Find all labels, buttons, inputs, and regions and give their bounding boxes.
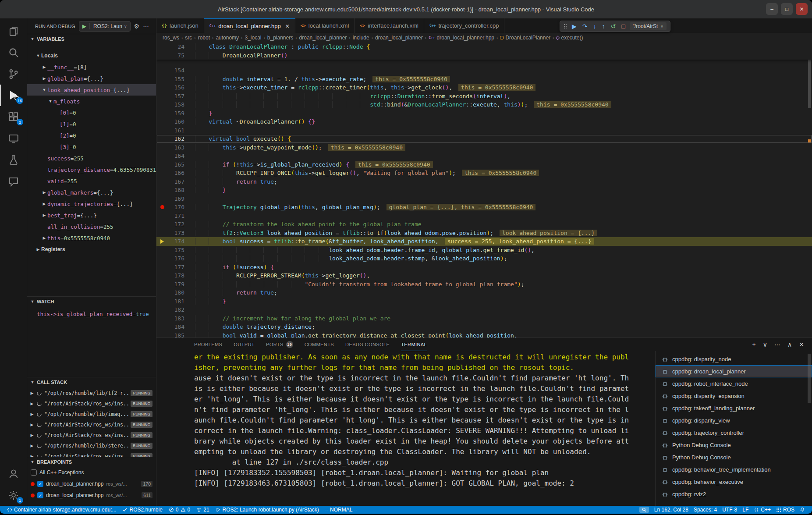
variable-row[interactable]: ▶global_markers = {...} <box>27 187 156 198</box>
variable-row[interactable]: ▶global_plan = {...} <box>27 73 156 84</box>
activity-item-settings[interactable]: 1 <box>0 484 27 506</box>
line-number[interactable]: 174 <box>168 237 195 246</box>
line-number[interactable]: 179 <box>168 280 195 289</box>
code-text[interactable] <box>195 305 812 314</box>
line-number[interactable]: 165 <box>168 160 195 169</box>
line-number[interactable]: 177 <box>168 263 195 272</box>
tree-chevron-icon[interactable]: ▶ <box>41 213 47 217</box>
activity-item-comments[interactable] <box>0 170 27 192</box>
breadcrumb-item[interactable]: 3_local <box>245 35 261 41</box>
code-text[interactable]: std::bind(&DroanLocalPlanner::execute, t… <box>195 100 812 109</box>
status-encoding[interactable]: UTF-8 <box>720 507 740 513</box>
editor-tab-trajectory_controller.cpp[interactable]: C++trajectory_controller.cpp <box>424 18 504 33</box>
panel-tab-terminal[interactable]: TERMINAL <box>401 338 427 351</box>
line-gutter[interactable]: 155 <box>156 75 195 84</box>
line-number[interactable]: 168 <box>168 186 195 195</box>
code-text[interactable]: "Couldn't transform from lookahead frame… <box>195 280 812 289</box>
variable-row[interactable]: success = 255 <box>27 153 156 164</box>
line-gutter[interactable]: 165 <box>156 160 195 169</box>
code-text[interactable]: double interval = 1. / this->execute_rat… <box>195 75 812 84</box>
breadcrumb-item[interactable]: b_planners <box>267 35 293 41</box>
breadcrumb-item[interactable]: droan_local_planner <box>375 35 423 41</box>
variable-row[interactable]: ▼m_floats <box>27 96 156 107</box>
code-text[interactable]: Trajectory global_plan(this, global_plan… <box>195 203 812 212</box>
close-panel-icon[interactable]: ✕ <box>799 341 804 348</box>
line-gutter[interactable]: 181 <box>156 297 195 306</box>
close-tab-icon[interactable]: ✕ <box>285 23 290 29</box>
breakpoint-dot-icon[interactable] <box>160 205 164 209</box>
editor-tab-droan_local_planner.hpp[interactable]: C++droan_local_planner.hpp✕ <box>204 18 295 33</box>
variables-section-header[interactable]: ▼ VARIABLES <box>27 34 156 44</box>
editor-tab-local.launch.xml[interactable]: <>local.launch.xml <box>295 18 355 33</box>
gutter-glyph[interactable] <box>156 195 168 203</box>
call-stack-session[interactable]: ▶"/root/AirStack/ros_ws/ins...RUNNING <box>27 451 156 457</box>
terminal-session[interactable]: cppdbg: rviz2 <box>656 488 812 500</box>
line-number[interactable]: 157 <box>168 92 195 101</box>
line-number[interactable]: 162 <box>168 135 195 143</box>
gutter-glyph[interactable] <box>156 229 168 238</box>
tree-chevron-icon[interactable]: ▶ <box>30 423 34 427</box>
line-number[interactable]: 175 <box>168 246 195 255</box>
line-number[interactable]: 164 <box>168 152 195 160</box>
scrollbar-thumb[interactable] <box>808 354 811 403</box>
line-gutter[interactable]: 176 <box>156 254 195 263</box>
status-debug-session[interactable]: ROS2: Launch robot.launch.py (AirStack) <box>213 506 322 514</box>
code-text[interactable]: look_ahead_odom.header.stamp, &look_ahea… <box>195 254 812 263</box>
line-gutter[interactable]: 184 <box>156 323 195 331</box>
tree-chevron-icon[interactable]: ▶ <box>41 202 47 206</box>
gutter-glyph[interactable] <box>156 186 168 195</box>
code-text[interactable]: // transform the look ahead point to the… <box>195 220 812 229</box>
status-indentation[interactable]: Spaces: 4 <box>691 507 720 513</box>
line-gutter[interactable]: 178 <box>156 271 195 280</box>
breakpoint-checkbox[interactable]: ✓ <box>37 481 43 487</box>
line-number[interactable]: 180 <box>168 288 195 297</box>
breadcrumb-item[interactable]: src <box>185 35 192 41</box>
breakpoint-row[interactable]: ✓droan_local_planner.hppros_ws/...170 <box>27 478 156 490</box>
line-gutter[interactable]: 163 <box>156 143 195 152</box>
line-gutter[interactable]: 173 <box>156 229 195 238</box>
call-stack-section-header[interactable]: ▼ CALL STACK <box>27 377 156 387</box>
status-language-mode[interactable]: C++ <box>751 507 773 513</box>
code-text[interactable]: } <box>195 109 812 118</box>
breadcrumb-item[interactable]: execute() <box>556 35 583 41</box>
continue-button[interactable]: ▶ <box>572 23 577 29</box>
breadcrumb-item[interactable]: C++droan_local_planner.hpp <box>429 35 494 41</box>
line-gutter[interactable]: 182 <box>156 305 195 314</box>
line-gutter[interactable]: 180 <box>156 288 195 297</box>
tree-chevron-icon[interactable]: ▶ <box>30 391 34 395</box>
tree-chevron-icon[interactable]: ▶ <box>41 65 47 69</box>
terminal-session[interactable]: cppdbg: trajectory_controller <box>656 426 812 439</box>
code-text[interactable]: if (!success) { <box>195 263 812 272</box>
code-text[interactable]: return true; <box>195 288 812 297</box>
line-number[interactable]: 173 <box>168 229 195 238</box>
breadcrumb-item[interactable]: DroanLocalPlanner <box>500 35 550 41</box>
line-gutter[interactable]: 185 <box>156 331 195 338</box>
status-remote-indicator[interactable]: Container airlab-storage.andrew.cmu.edu:… <box>4 506 119 514</box>
status-screencast-zoom[interactable] <box>637 507 652 513</box>
line-number[interactable]: 182 <box>168 305 195 314</box>
gutter-glyph[interactable] <box>156 331 168 338</box>
variable-row[interactable]: [1] = 0 <box>27 118 156 130</box>
line-gutter[interactable]: 175 <box>156 246 195 255</box>
status-ports-forwarded[interactable]: 21 <box>194 506 212 514</box>
watch-section-header[interactable]: ▼ WATCH <box>27 297 156 306</box>
terminal-session[interactable]: cppdbg: disparity_view <box>656 414 812 426</box>
gutter-glyph[interactable] <box>156 100 168 109</box>
maximize-panel-icon[interactable]: ∧ <box>787 341 792 348</box>
line-gutter[interactable]: 170 <box>156 203 195 212</box>
code-text[interactable]: look_ahead_odom.header.frame_id, global_… <box>195 246 812 255</box>
tree-chevron-icon[interactable]: ▶ <box>30 401 34 406</box>
breadcrumb-item[interactable]: droan_local_planner <box>299 35 347 41</box>
gutter-glyph[interactable] <box>156 135 168 143</box>
code-text[interactable]: } <box>195 297 812 306</box>
code-text[interactable]: RCLCPP_INFO_ONCE(this->get_logger(), "Wa… <box>195 169 812 178</box>
status-vim-mode[interactable]: -- NORMAL -- <box>323 506 360 514</box>
views-more-icon[interactable]: ⋯ <box>774 341 780 348</box>
call-stack-session[interactable]: ▶"/opt/ros/humble/lib/tf2_r...RUNNING <box>27 388 156 398</box>
code-text[interactable]: return true; <box>195 178 812 186</box>
code-text[interactable] <box>195 152 812 160</box>
terminal-session[interactable]: cppdbg: takeoff_landing_planner <box>656 402 812 414</box>
code-text[interactable] <box>195 66 812 75</box>
maximize-button[interactable]: □ <box>781 3 793 15</box>
gutter-glyph[interactable] <box>156 143 168 152</box>
